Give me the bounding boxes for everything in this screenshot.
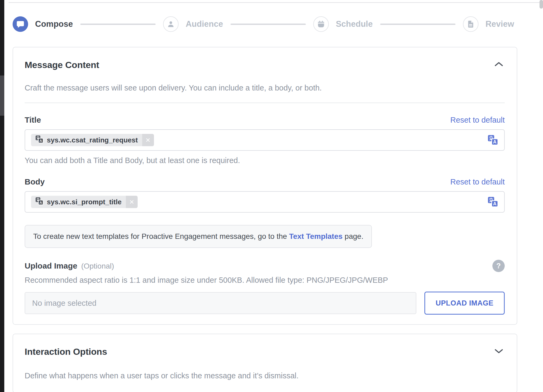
title-field-label: Title — [25, 115, 41, 125]
body-field-label: Body — [25, 177, 45, 186]
chevron-up-icon[interactable] — [494, 61, 504, 69]
close-icon[interactable]: × — [126, 196, 138, 208]
body-template-chip: A sys.wc.si_prompt_title × — [31, 196, 138, 208]
stepper-connector — [380, 24, 455, 25]
title-reset-link[interactable]: Reset to default — [450, 116, 505, 125]
step-schedule-label: Schedule — [336, 19, 373, 29]
step-schedule[interactable]: Schedule — [313, 16, 373, 32]
help-icon[interactable]: ? — [492, 260, 505, 272]
step-compose[interactable]: Compose — [13, 16, 73, 32]
title-chip-label: sys.wc.csat_rating_request — [47, 136, 138, 144]
main-content: Compose Audience Schedul — [4, 0, 530, 392]
upload-optional-label: (Optional) — [81, 262, 114, 270]
message-content-title: Message Content — [25, 60, 505, 70]
svg-text:A: A — [493, 139, 497, 145]
title-input[interactable]: A sys.wc.csat_rating_request × A — [25, 129, 505, 151]
calendar-icon — [313, 16, 329, 32]
body-translate-button[interactable]: A — [488, 197, 498, 207]
person-icon — [163, 16, 179, 32]
section-divider — [25, 103, 505, 103]
left-sidebar-edge — [0, 0, 4, 392]
interaction-options-card: Interaction Options Define what happens … — [13, 334, 517, 392]
title-template-chip: A sys.wc.csat_rating_request × — [31, 134, 154, 146]
text-templates-note: To create new text templates for Proacti… — [25, 225, 372, 248]
chevron-down-icon[interactable] — [494, 348, 504, 356]
left-scrollbar-thumb[interactable] — [0, 76, 4, 116]
svg-text:A: A — [39, 200, 42, 204]
close-icon[interactable]: × — [142, 134, 154, 146]
title-helper-text: You can add both a Title and Body, but a… — [25, 156, 505, 165]
step-audience-label: Audience — [186, 19, 223, 29]
message-content-description: Craft the message users will see upon de… — [25, 84, 505, 92]
interaction-options-title: Interaction Options — [25, 346, 505, 357]
image-file-field — [25, 292, 416, 314]
translate-icon: A — [35, 197, 43, 207]
step-compose-label: Compose — [35, 19, 73, 29]
page-scrollbar-thumb[interactable] — [540, 0, 543, 9]
upload-image-label: Upload Image — [25, 261, 77, 270]
body-chip-label: sys.wc.si_prompt_title — [47, 198, 122, 206]
document-icon — [463, 16, 478, 32]
step-review[interactable]: Review — [463, 16, 514, 32]
interaction-options-description: Define what happens when a user taps or … — [25, 371, 505, 380]
upload-hint-text: Recommended aspect ratio is 1:1 and imag… — [25, 276, 505, 285]
step-review-label: Review — [485, 19, 514, 29]
stepper-connector — [231, 24, 306, 25]
svg-text:A: A — [39, 138, 42, 142]
body-reset-link[interactable]: Reset to default — [450, 178, 505, 186]
title-translate-button[interactable]: A — [488, 135, 498, 145]
chat-bubble-icon — [13, 16, 28, 32]
svg-text:A: A — [493, 201, 497, 206]
wizard-stepper: Compose Audience Schedul — [13, 11, 514, 37]
stepper-connector — [80, 24, 156, 25]
text-templates-link[interactable]: Text Templates — [289, 232, 343, 240]
note-prefix: To create new text templates for Proacti… — [33, 232, 289, 240]
note-suffix: page. — [342, 232, 363, 240]
upload-image-button[interactable]: UPLOAD IMAGE — [424, 292, 505, 315]
translate-icon: A — [35, 135, 43, 145]
message-content-card: Message Content Craft the message users … — [13, 47, 517, 325]
body-input[interactable]: A sys.wc.si_prompt_title × A — [25, 191, 505, 213]
step-audience[interactable]: Audience — [163, 16, 223, 32]
